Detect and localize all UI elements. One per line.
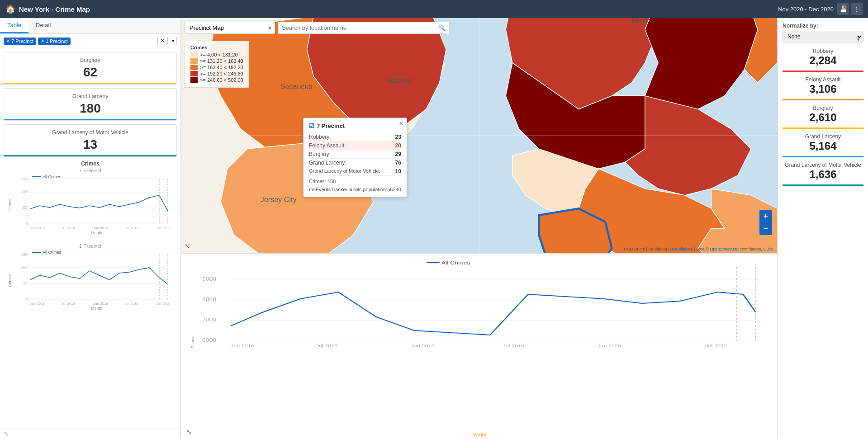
bottom-chart-x-label: Month — [472, 432, 486, 437]
legend-item-1: >= 4.00 < 131.20 — [190, 52, 243, 57]
map-area: Cliffside Park Secaucus Jersey City Hobo… — [181, 18, 778, 253]
openstreetmap-link[interactable]: OpenStreetMap — [710, 247, 739, 251]
popup-row-glmv: Grand Larceny of Motor Vehicle: 10 — [309, 167, 401, 176]
zoom-out-button[interactable]: − — [759, 222, 772, 235]
filter-row: ✕ 7 Precinct ✕ 1 Precinct ✕ ▾ — [0, 34, 180, 48]
odbl-link[interactable]: ODbL — [763, 247, 774, 251]
svg-text:Hoboken: Hoboken — [386, 77, 413, 84]
right-grand-larceny-val: 5,164 — [783, 140, 863, 152]
right-glmv-label: Grand Larceny of Motor Vehicle — [783, 162, 863, 168]
header-right: Nov 2020 - Dec 2020 💾 ⋮ — [778, 3, 863, 15]
geosolutions-link[interactable]: GeoSolutions — [668, 247, 693, 251]
header: 🏠 New York - Crime Map Nov 2020 - Dec 20… — [0, 0, 868, 18]
chart2-y-label: Crimes — [8, 274, 12, 287]
filter-clear: ✕ ▾ — [157, 37, 177, 45]
stat-cards: Burglary 62 Grand Larceny 180 Grand Larc… — [0, 48, 180, 428]
svg-text:All Crimes: All Crimes — [441, 260, 470, 266]
svg-text:Jul 2019: Jul 2019 — [503, 344, 524, 348]
legend-color-3 — [190, 65, 198, 70]
tab-table[interactable]: Table — [0, 18, 28, 33]
chart2-subtitle: 1 Precinct — [4, 243, 177, 249]
menu-button[interactable]: ⋮ — [851, 3, 863, 15]
filter-dropdown-btn[interactable]: ▾ — [170, 37, 177, 45]
svg-text:8000: 8000 — [202, 297, 216, 302]
filter-tag-2-remove[interactable]: ✕ — [41, 38, 44, 43]
legend-label-5: >= 246.60 < 502.00 — [200, 77, 243, 83]
legend-item-2: >= 131.20 < 163.40 — [190, 58, 243, 64]
map-expand-icon[interactable]: ⤡ — [185, 242, 190, 250]
header-icons: 💾 ⋮ — [837, 3, 863, 15]
legend-item-5: >= 246.60 < 502.00 — [190, 77, 243, 83]
filter-tag-1-remove[interactable]: ✕ — [6, 38, 10, 43]
right-panel: Normalize by: None Robbery 2,284 Felony … — [778, 18, 868, 439]
normalize-select[interactable]: None — [783, 31, 863, 42]
svg-text:150: 150 — [21, 177, 28, 181]
bottom-chart-svg: All Crimes 6000 7000 8000 9000 Jan 2018 … — [199, 258, 768, 349]
center-panel: Cliffside Park Secaucus Jersey City Hobo… — [181, 18, 778, 439]
map-type-select[interactable]: Precinct Map — [185, 22, 275, 34]
legend-color-5 — [190, 77, 198, 83]
svg-text:Jul 2020: Jul 2020 — [705, 344, 727, 348]
stat-card-glmv: Grand Larceny of Motor Vehicle 13 — [4, 124, 177, 157]
filter-tag-2[interactable]: ✕ 1 Precinct — [38, 38, 71, 45]
right-felony-label: Felony Assault — [783, 76, 863, 83]
svg-text:Jan 2018: Jan 2018 — [231, 344, 254, 348]
search-icon[interactable]: 🔍 — [438, 24, 446, 31]
popup-row-grand-larceny: Grand Larceny: 76 — [309, 159, 401, 167]
svg-text:Jul 2018: Jul 2018 — [62, 226, 76, 229]
popup-close-button[interactable]: ✕ — [398, 120, 404, 127]
zoom-in-button[interactable]: + — [759, 210, 772, 222]
legend-color-2 — [190, 58, 198, 64]
tab-detail[interactable]: Detail — [28, 18, 58, 33]
main-container: Table Detail ✕ 7 Precinct ✕ 1 Precinct ✕… — [0, 18, 868, 439]
svg-text:0: 0 — [26, 221, 28, 226]
home-icon[interactable]: 🏠 — [5, 4, 15, 14]
map-zoom: + − — [759, 210, 772, 235]
header-left: 🏠 New York - Crime Map — [5, 4, 90, 14]
map-toolbar: Precinct Map 🔍 — [185, 22, 450, 34]
svg-text:Jul 2019: Jul 2019 — [125, 302, 139, 305]
bottom-chart-y-label: Crimes — [190, 336, 195, 349]
filter-clear-x[interactable]: ✕ — [157, 37, 168, 45]
right-glmv-val: 1,636 — [783, 168, 863, 181]
svg-text:Jan 2020: Jan 2020 — [157, 302, 170, 305]
right-burglary-label: Burglary — [783, 105, 863, 111]
chart2-svg: 0 50 100 150 All Crimes Jan 2018 — [16, 250, 170, 305]
crimes-chart-section: Crimes 7 Precinct Crimes 0 50 100 150 — [4, 160, 177, 319]
grand-larceny-value: 180 — [9, 101, 172, 116]
svg-text:Jul 2019: Jul 2019 — [125, 226, 139, 229]
svg-text:Jan 2019: Jan 2019 — [411, 344, 435, 348]
right-grand-larceny-label: Grand Larceny — [783, 133, 863, 140]
map-legend: Crimes >= 4.00 < 131.20 >= 131.20 < 163.… — [185, 41, 249, 88]
svg-text:Jul 2018: Jul 2018 — [316, 344, 338, 348]
legend-item-3: >= 163.40 < 192.20 — [190, 65, 243, 70]
svg-text:Jan 2020: Jan 2020 — [598, 344, 621, 348]
filter-tag-1[interactable]: ✕ 7 Precinct — [4, 38, 36, 45]
stat-card-grand-larceny: Grand Larceny 180 — [4, 88, 177, 121]
normalize-label: Normalize by: — [783, 23, 863, 29]
svg-text:All Crimes: All Crimes — [43, 250, 62, 255]
legend-label-2: >= 131.20 < 163.40 — [200, 58, 243, 64]
map-select-wrapper: Precinct Map — [185, 22, 275, 34]
chart1-x-label: Month — [16, 231, 177, 235]
chart1-svg: 0 50 100 150 All Crimes — [16, 175, 170, 229]
svg-text:Secaucus: Secaucus — [280, 82, 313, 90]
popup-row-felony: Felony Assault: 20 — [309, 142, 401, 150]
right-stat-felony: Felony Assault 3,106 — [783, 76, 863, 100]
filter-tag-1-label: 7 Precinct — [11, 38, 33, 44]
svg-text:Jan 2020: Jan 2020 — [157, 226, 170, 229]
header-title: New York - Crime Map — [19, 5, 90, 13]
right-stat-glmv: Grand Larceny of Motor Vehicle 1,636 — [783, 162, 863, 186]
chart1-subtitle: 7 Precinct — [4, 168, 177, 173]
svg-text:All Crimes: All Crimes — [43, 175, 62, 179]
legend-label-1: >= 4.00 < 131.20 — [200, 52, 238, 57]
grand-larceny-label: Grand Larceny — [9, 93, 172, 99]
map-search-input[interactable] — [282, 22, 438, 33]
left-panel-expand-icon[interactable]: ⤡ — [4, 430, 9, 437]
bottom-chart-expand-icon[interactable]: ⤡ — [186, 428, 192, 435]
legend-color-4 — [190, 71, 198, 76]
svg-text:6000: 6000 — [202, 338, 216, 343]
svg-text:50: 50 — [23, 205, 27, 210]
save-button[interactable]: 💾 — [837, 3, 849, 15]
glmv-value: 13 — [9, 137, 172, 152]
